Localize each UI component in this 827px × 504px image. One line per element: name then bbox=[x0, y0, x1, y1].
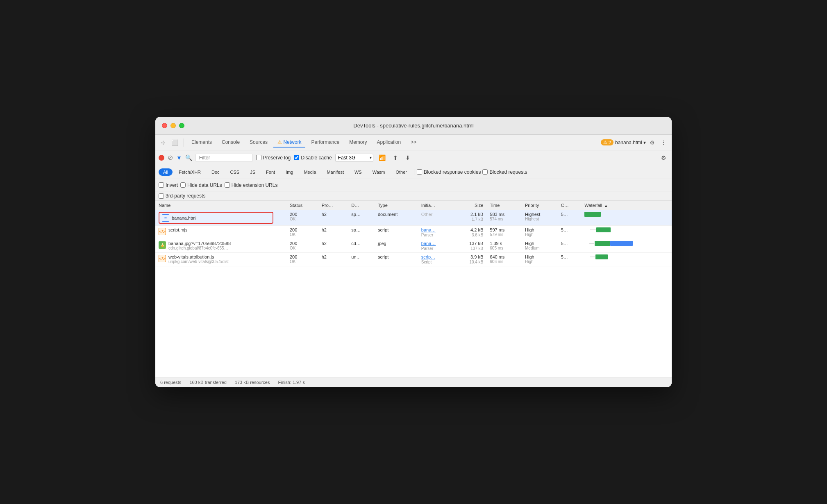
table-row[interactable]: </> web-vitals.attribution.js unpkg.com/… bbox=[155, 253, 672, 266]
network-settings-icon[interactable]: ⚙ bbox=[659, 153, 668, 162]
status-label: OK bbox=[290, 259, 315, 264]
network-toolbar-controls: ⊘ ▼ 🔍 Preserve log Disable cache Fast 3G… bbox=[155, 150, 672, 165]
preserve-log-checkbox[interactable]: Preserve log bbox=[256, 155, 291, 161]
time-sub: 605 ms bbox=[490, 246, 518, 250]
tab-memory[interactable]: Memory bbox=[345, 138, 371, 148]
download-icon[interactable]: ⬇ bbox=[403, 153, 412, 162]
status-code: 200 bbox=[290, 254, 315, 259]
time-sub: 606 ms bbox=[490, 259, 518, 264]
settings-gear-icon[interactable]: ⚙ bbox=[648, 138, 657, 147]
col-waterfall[interactable]: Waterfall ▲ bbox=[581, 201, 672, 210]
col-time[interactable]: Time bbox=[486, 201, 522, 210]
connection-cell: 5… bbox=[558, 226, 582, 239]
filter-input[interactable] bbox=[195, 154, 253, 162]
wifi-icon[interactable]: 📶 bbox=[377, 153, 388, 162]
time-main: 640 ms bbox=[490, 254, 518, 259]
tab-elements[interactable]: Elements bbox=[187, 138, 216, 148]
filter-manifest[interactable]: Manifest bbox=[322, 168, 348, 176]
close-button[interactable] bbox=[162, 123, 167, 128]
col-type[interactable]: Type bbox=[375, 201, 418, 210]
disable-cache-check[interactable] bbox=[294, 155, 299, 160]
hide-data-urls-checkbox[interactable]: Hide data URLs bbox=[180, 182, 222, 188]
filter-media[interactable]: Media bbox=[299, 168, 320, 176]
col-domain[interactable]: D… bbox=[348, 201, 375, 210]
filter-doc[interactable]: Doc bbox=[207, 168, 224, 176]
filter-css[interactable]: CSS bbox=[226, 168, 244, 176]
initiator-cell: bana…Parser bbox=[418, 239, 453, 253]
table-row[interactable]: </> script.mjs 200 OK h2 sp… script bana… bbox=[155, 226, 672, 239]
filter-icon[interactable]: ▼ bbox=[176, 154, 182, 161]
tab-network[interactable]: ⚠ Network bbox=[273, 138, 305, 148]
col-protocol[interactable]: Pro… bbox=[318, 201, 348, 210]
hide-ext-urls-checkbox[interactable]: Hide extension URLs bbox=[225, 182, 278, 188]
table-row[interactable]: ≡ banana.html 200 OK h2 sp… document Oth… bbox=[155, 210, 672, 226]
col-size[interactable]: Size bbox=[453, 201, 487, 210]
device-toolbar-icon[interactable]: ⬜ bbox=[169, 138, 180, 147]
disable-cache-checkbox[interactable]: Disable cache bbox=[294, 155, 332, 161]
table-row[interactable]: 🍌 banana.jpg?v=1705668720588 cdn.glitch.… bbox=[155, 239, 672, 253]
initiator-text: Other bbox=[421, 212, 433, 217]
filter-img[interactable]: Img bbox=[281, 168, 298, 176]
status-code: 200 bbox=[290, 227, 315, 232]
inspect-icon[interactable]: ⊹ bbox=[159, 138, 168, 147]
initiator-link[interactable]: bana… bbox=[421, 241, 436, 246]
filter-ws[interactable]: WS bbox=[350, 168, 366, 176]
time-sub: 574 ms bbox=[490, 217, 518, 221]
invert-checkbox[interactable]: Invert bbox=[159, 182, 178, 188]
size-sub: 137 kB bbox=[470, 246, 483, 251]
priority-cell: High High bbox=[522, 226, 558, 239]
filter-wasm[interactable]: Wasm bbox=[368, 168, 390, 176]
name-cell: 🍌 banana.jpg?v=1705668720588 cdn.glitch.… bbox=[155, 239, 286, 253]
invert-check[interactable] bbox=[159, 182, 164, 188]
initiator-link[interactable]: scrip… bbox=[421, 254, 435, 259]
minimize-button[interactable] bbox=[170, 123, 176, 128]
clear-button[interactable]: ⊘ bbox=[168, 154, 173, 161]
time-main: 597 ms bbox=[490, 227, 518, 232]
tab-performance[interactable]: Performance bbox=[307, 138, 343, 148]
blocked-requests-check[interactable] bbox=[482, 169, 488, 175]
file-icon-js: </> bbox=[159, 255, 166, 262]
initiator-link[interactable]: bana… bbox=[421, 227, 436, 232]
filter-all[interactable]: All bbox=[159, 168, 173, 176]
hide-data-urls-check[interactable] bbox=[180, 182, 186, 188]
col-initiator[interactable]: Initia… bbox=[418, 201, 453, 210]
more-options-icon[interactable]: ⋮ bbox=[659, 138, 668, 147]
col-status[interactable]: Status bbox=[286, 201, 318, 210]
file-icon-img: 🍌 bbox=[159, 241, 166, 249]
blocked-cookies-check[interactable] bbox=[417, 169, 422, 175]
tab-sources[interactable]: Sources bbox=[245, 138, 272, 148]
blocked-requests-checkbox[interactable]: Blocked requests bbox=[482, 169, 527, 175]
filename-selector[interactable]: banana.html ▾ bbox=[615, 140, 646, 145]
maximize-button[interactable] bbox=[179, 123, 184, 128]
file-name: web-vitals.attribution.js bbox=[168, 254, 229, 259]
filter-other[interactable]: Other bbox=[391, 168, 411, 176]
record-button[interactable] bbox=[159, 155, 164, 161]
col-connection[interactable]: C… bbox=[558, 201, 582, 210]
third-party-check[interactable] bbox=[159, 193, 164, 199]
preserve-log-check[interactable] bbox=[256, 155, 261, 160]
hide-ext-urls-check[interactable] bbox=[225, 182, 230, 188]
throttle-selector[interactable]: Fast 3G Slow 3G No throttling ▾ bbox=[335, 154, 373, 162]
col-priority[interactable]: Priority bbox=[522, 201, 558, 210]
tab-more[interactable]: >> bbox=[407, 138, 420, 148]
file-sub-name: unpkg.com/web-vitals@3.5.1/dist bbox=[168, 259, 229, 264]
devtools-window: DevTools - speculative-rules.glitch.me/b… bbox=[155, 117, 672, 387]
time-cell: 597 ms 579 ms bbox=[486, 226, 522, 239]
blocked-cookies-checkbox[interactable]: Blocked response cookies bbox=[417, 169, 481, 175]
name-cell: </> web-vitals.attribution.js unpkg.com/… bbox=[155, 253, 286, 266]
priority-cell: High Medium bbox=[522, 239, 558, 253]
status-bar: 6 requests 160 kB transferred 173 kB res… bbox=[155, 377, 672, 387]
third-party-checkbox[interactable]: 3rd-party requests bbox=[159, 193, 668, 199]
upload-icon[interactable]: ⬆ bbox=[391, 153, 400, 162]
search-icon[interactable]: 🔍 bbox=[185, 154, 192, 161]
throttle-select[interactable]: Fast 3G Slow 3G No throttling bbox=[335, 154, 373, 162]
filter-font[interactable]: Font bbox=[261, 168, 279, 176]
file-name: script.mjs bbox=[168, 227, 187, 232]
priority-main: High bbox=[525, 241, 554, 246]
finish-time: Finish: 1.97 s bbox=[278, 380, 304, 385]
tab-console[interactable]: Console bbox=[218, 138, 244, 148]
tab-application[interactable]: Application bbox=[373, 138, 405, 148]
filter-js[interactable]: JS bbox=[245, 168, 260, 176]
filter-fetch-xhr[interactable]: Fetch/XHR bbox=[174, 168, 205, 176]
col-name[interactable]: Name bbox=[155, 201, 286, 210]
